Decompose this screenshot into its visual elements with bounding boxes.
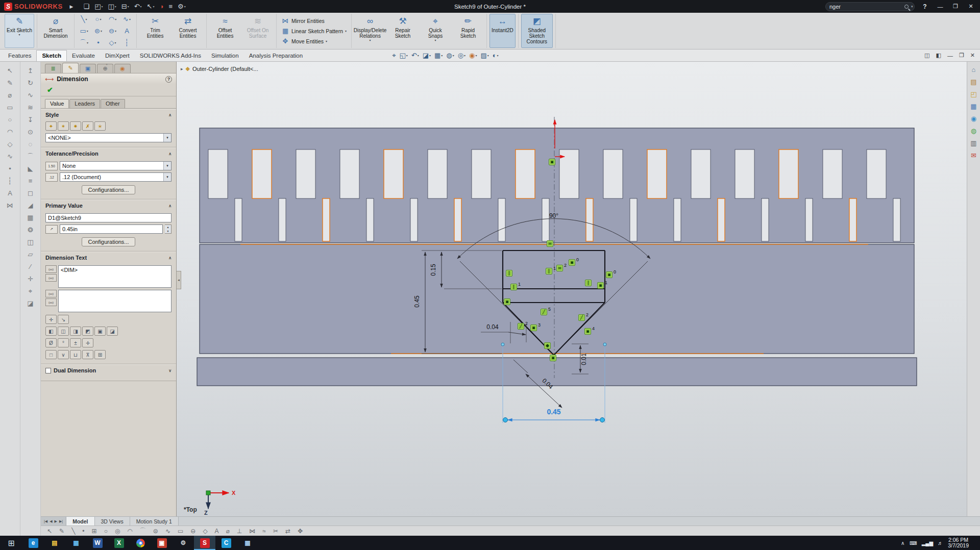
rectangle-tool[interactable]: ▭▾ bbox=[77, 26, 91, 37]
revolved-cut-icon[interactable]: ◌ bbox=[24, 140, 37, 148]
featuremanager-tree-tab[interactable]: ≣ bbox=[45, 64, 61, 73]
primary-value-section-header[interactable]: Primary Value ∧ bbox=[45, 201, 172, 211]
gear-tooth-slot[interactable] bbox=[718, 198, 725, 241]
chamfer-icon[interactable]: ◣ bbox=[24, 165, 37, 172]
rectangle-icon[interactable]: ▭ bbox=[4, 104, 16, 111]
circle-tool-icon[interactable]: ○ bbox=[104, 528, 108, 535]
display-delete-relations-button[interactable]: ∞ Display/Delete Relations ▾ bbox=[354, 14, 386, 48]
dropdown-caret-icon[interactable]: ▾ bbox=[163, 173, 171, 181]
slot-tool-icon[interactable]: ⊖ bbox=[190, 528, 195, 535]
gear-tooth-slot[interactable] bbox=[472, 149, 491, 198]
dimension-handle[interactable] bbox=[503, 418, 508, 422]
gear-tooth-slot[interactable] bbox=[849, 198, 856, 241]
gear-tooth-slot[interactable] bbox=[674, 198, 681, 241]
command-tab-sketch[interactable]: Sketch bbox=[36, 50, 67, 61]
zoom-area-button[interactable]: ◱▾ bbox=[399, 52, 407, 59]
dimension-text-value-button[interactable]: (xx) bbox=[45, 274, 57, 282]
dropdown-caret-icon[interactable]: ▾ bbox=[429, 54, 431, 57]
custom-properties-icon[interactable]: ▥ bbox=[970, 139, 976, 147]
forum-icon[interactable]: ✉ bbox=[971, 152, 976, 159]
doc-restore-button[interactable]: ❐ bbox=[959, 52, 964, 59]
dropdown-caret-icon[interactable]: ▾ bbox=[487, 54, 489, 57]
gear-tooth-slot[interactable] bbox=[384, 149, 403, 198]
gap-dimension-text[interactable]: 0.01 bbox=[580, 353, 587, 365]
taskbar-solidworks-button[interactable]: S bbox=[194, 536, 215, 550]
polygon-tool-icon[interactable]: ◇ bbox=[203, 528, 207, 535]
gear-tooth-slot[interactable] bbox=[805, 198, 813, 241]
doc-minimize-button[interactable]: — bbox=[947, 53, 953, 59]
panel-pin-icon[interactable]: ◦ bbox=[106, 62, 108, 67]
offset-tool-icon[interactable]: ≈ bbox=[262, 528, 266, 535]
suffix-text-button[interactable]: (xx) bbox=[45, 298, 57, 306]
dropdown-caret-icon[interactable]: ▾ bbox=[100, 17, 101, 21]
model-tab-3d-views[interactable]: 3D Views bbox=[95, 517, 130, 526]
dropdown-caret-icon[interactable]: ▾ bbox=[453, 54, 454, 57]
rapid-sketch-button[interactable]: ✏ Rapid Sketch bbox=[452, 14, 484, 48]
fillet-tool[interactable]: ⌒▾ bbox=[77, 37, 91, 48]
spline-tool[interactable]: ∿▾ bbox=[120, 14, 134, 25]
menu-expand-icon[interactable]: ▶ bbox=[67, 4, 77, 9]
restore-button[interactable]: ❐ bbox=[950, 3, 961, 10]
breadcrumb-text[interactable]: Outer-Cylinder (Default<... bbox=[192, 66, 258, 72]
inspection-dimension-button[interactable]: ⊼ bbox=[82, 350, 93, 359]
dropdown-caret-icon[interactable]: ▾ bbox=[435, 39, 436, 42]
select-icon[interactable]: ↖ bbox=[4, 67, 16, 74]
file-properties-button[interactable]: ≡ bbox=[166, 3, 175, 10]
taskbar-calculator-button[interactable]: ▦ bbox=[237, 536, 258, 550]
measure-icon[interactable]: ⌖ bbox=[24, 287, 37, 295]
tab-scroll-button[interactable]: ▶ bbox=[55, 519, 57, 523]
apply-scene-button[interactable]: ▨▾ bbox=[480, 52, 488, 59]
open-button[interactable]: ◰▾ bbox=[92, 3, 105, 10]
revolve-icon[interactable]: ↻ bbox=[24, 79, 37, 87]
repair-sketch-button[interactable]: ⚒ Repair Sketch bbox=[387, 14, 419, 48]
command-tab-dimxpert[interactable]: DimXpert bbox=[100, 51, 135, 61]
tangent-arc-icon[interactable]: ⌒ bbox=[140, 527, 146, 535]
rectangle-tool-icon[interactable]: ▭ bbox=[178, 528, 183, 535]
collapse-chevron-icon[interactable]: ∧ bbox=[168, 113, 172, 117]
command-tab-analysis-preparation[interactable]: Analysis Preparation bbox=[244, 51, 308, 61]
gear-tooth-slot[interactable] bbox=[823, 149, 842, 198]
dropdown-caret-icon[interactable]: ▾ bbox=[128, 5, 129, 8]
linear-pattern-icon[interactable]: ▦ bbox=[24, 214, 37, 221]
dropdown-caret-icon[interactable]: ▾ bbox=[140, 5, 142, 8]
selected-dimension-text[interactable]: 0.45 bbox=[547, 408, 560, 416]
feature-breadcrumb[interactable]: ▸ ◆ Outer-Cylinder (Default<... bbox=[181, 65, 258, 72]
dropdown-caret-icon[interactable]: ▾ bbox=[115, 17, 116, 21]
graphics-area[interactable]: 90° 0.15 0.45 0.04 bbox=[177, 62, 967, 516]
mirror-tool-icon[interactable]: ⋈ bbox=[249, 528, 255, 535]
tolerance-section-header[interactable]: Tolerance/Precision ∧ bbox=[45, 149, 172, 159]
taskbar-clock[interactable]: 2:06 PM 3/7/2019 bbox=[948, 537, 969, 548]
fillet-icon[interactable]: ⌒ bbox=[24, 153, 37, 160]
model-tab-model[interactable]: Model bbox=[66, 517, 94, 526]
search-icon[interactable] bbox=[904, 5, 909, 9]
configurationmanager-tab[interactable]: ▣ bbox=[80, 64, 96, 73]
gear-tooth-slot[interactable] bbox=[235, 198, 242, 241]
display-style-button[interactable]: ◍▾ bbox=[446, 52, 454, 59]
center-text-button[interactable]: ✛ bbox=[45, 315, 57, 324]
split-view-button[interactable]: ◫ bbox=[924, 52, 929, 59]
reference-axis-icon[interactable]: ∕ bbox=[24, 263, 37, 270]
rib-icon[interactable]: ≡ bbox=[24, 177, 37, 185]
scenes-icon[interactable]: ◍ bbox=[971, 127, 976, 135]
dimension-handle[interactable] bbox=[600, 418, 605, 422]
dropdown-caret-icon[interactable]: ▾ bbox=[441, 54, 443, 57]
dimension-handle[interactable] bbox=[501, 343, 504, 346]
exit-sketch-button[interactable]: ✎ Exit Sketch ▾ bbox=[5, 14, 34, 48]
collapse-chevron-icon[interactable]: ∧ bbox=[168, 256, 172, 260]
exit-sketch-caret-icon[interactable]: ▾ bbox=[19, 33, 20, 37]
dimension-text-symbol-button[interactable]: (xx) bbox=[45, 265, 57, 273]
update-favorite-button[interactable]: ✷ bbox=[70, 121, 81, 131]
dimension-text-below-box[interactable] bbox=[58, 290, 172, 312]
taskbar-c-app-button[interactable]: C bbox=[215, 536, 237, 550]
dropdown-caret-icon[interactable]: ▾ bbox=[406, 54, 408, 57]
collapse-chevron-icon[interactable]: ∧ bbox=[168, 204, 172, 208]
perimeter-circle-icon[interactable]: ◎ bbox=[115, 528, 120, 535]
polygon-tool[interactable]: ◇▾ bbox=[106, 37, 119, 48]
instant2d-button[interactable]: ↔ Instant2D bbox=[489, 14, 516, 48]
circle-tool[interactable]: ○▾ bbox=[91, 14, 105, 25]
keyboard-tray-icon[interactable]: ⌨ bbox=[910, 540, 917, 546]
dropdown-caret-icon[interactable]: ▾ bbox=[129, 17, 131, 21]
dimxpertmanager-tab[interactable]: ⊕ bbox=[97, 64, 113, 73]
gear-tooth-slot[interactable] bbox=[893, 198, 900, 241]
dropdown-caret-icon[interactable]: ▾ bbox=[475, 54, 477, 57]
